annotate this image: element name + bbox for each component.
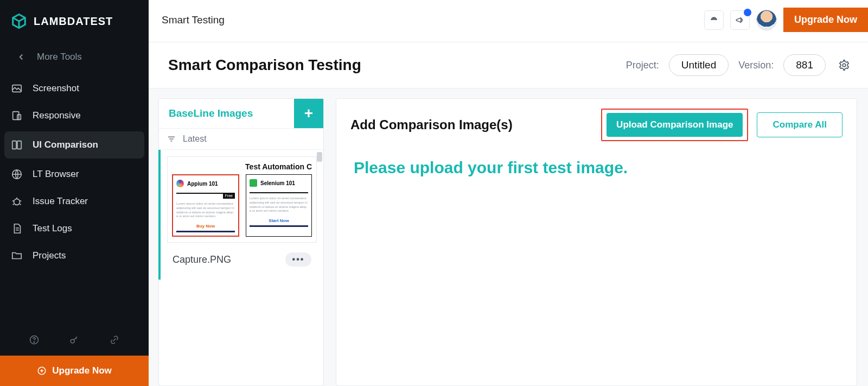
appium-icon — [176, 180, 184, 187]
sidebar-upgrade-button[interactable]: Upgrade Now — [0, 356, 149, 386]
sidebar-item-screenshot[interactable]: Screenshot — [0, 75, 149, 102]
sidebar-item-label: UI Comparison — [33, 140, 98, 150]
filter-label: Latest — [183, 134, 207, 144]
upload-comparison-button[interactable]: Upload Comparison Image — [607, 113, 743, 137]
sidebar-item-lt-browser[interactable]: LT Browser — [0, 161, 149, 188]
sidebar-item-projects[interactable]: Projects — [0, 242, 149, 269]
compare-icon — [11, 139, 23, 151]
baseline-panel: BaseLine Images + Latest Test Automation… — [158, 98, 324, 386]
topbar: Smart Testing Upgrade Now — [149, 0, 868, 42]
sidebar-item-label: Issue Tracker — [33, 196, 88, 207]
topbar-icon-fingerprint[interactable] — [704, 10, 724, 30]
selenium-icon — [250, 179, 257, 187]
thumb-header: Test Automation C — [172, 162, 312, 174]
sidebar-upgrade-label: Upgrade Now — [52, 365, 112, 376]
sidebar-item-responsive[interactable]: Responsive — [0, 102, 149, 129]
sidebar-item-test-logs[interactable]: Test Logs — [0, 215, 149, 242]
svg-point-8 — [34, 342, 34, 343]
link-icon[interactable] — [108, 334, 120, 346]
filter-icon — [167, 134, 176, 144]
plus-circle-icon — [37, 366, 47, 376]
logo-icon — [11, 13, 27, 29]
settings-button[interactable] — [835, 56, 853, 74]
sidebar: LAMBDATEST More Tools Screenshot Respons… — [0, 0, 149, 386]
upload-prompt: Please upload your first test image. — [350, 141, 843, 194]
baseline-thumbnail[interactable]: Test Automation C Appium 101 Free Lorem … — [158, 150, 323, 280]
mini-card-selenium: Selenium 101 Lorem ipsum dolor sit amet … — [246, 174, 312, 237]
svg-rect-1 — [13, 112, 19, 120]
version-select[interactable]: 881 — [783, 54, 826, 76]
globe-icon — [11, 168, 23, 180]
sidebar-nav: More Tools Screenshot Responsive UI Comp… — [0, 39, 149, 324]
sidebar-more-label: More Tools — [37, 52, 82, 62]
baseline-title: BaseLine Images — [159, 99, 294, 128]
image-icon — [11, 83, 23, 94]
svg-point-9 — [71, 339, 74, 343]
sidebar-item-label: Test Logs — [33, 223, 72, 234]
page-title: Smart Comparison Testing — [168, 56, 361, 74]
thumb-more-button[interactable]: ••• — [285, 252, 311, 267]
sidebar-item-ui-comparison[interactable]: UI Comparison — [4, 131, 144, 159]
folder-icon — [11, 250, 23, 262]
help-icon[interactable] — [28, 334, 40, 346]
sidebar-item-label: Projects — [33, 250, 66, 261]
key-icon[interactable] — [68, 334, 80, 346]
project-label: Project: — [626, 60, 659, 71]
sidebar-footer: Upgrade Now — [0, 324, 149, 386]
logo-text: LAMBDATEST — [34, 15, 113, 28]
project-select[interactable]: Untitled — [669, 54, 729, 76]
sidebar-more-tools[interactable]: More Tools — [0, 42, 149, 75]
topbar-upgrade-button[interactable]: Upgrade Now — [783, 8, 868, 32]
sidebar-item-label: LT Browser — [33, 169, 79, 180]
compare-title: Add Comparison Image(s) — [350, 117, 513, 132]
main: Smart Testing Upgrade Now Smart Comparis… — [149, 0, 868, 386]
mini-card-appium: Appium 101 Free Lorem ipsum dolor sit am… — [172, 174, 239, 237]
add-baseline-button[interactable]: + — [294, 99, 323, 128]
sidebar-item-label: Screenshot — [33, 83, 79, 94]
notification-dot-icon — [744, 9, 751, 16]
compare-panel: Add Comparison Image(s) Upload Compariso… — [336, 98, 857, 386]
svg-point-6 — [14, 199, 20, 205]
compare-all-button[interactable]: Compare All — [757, 112, 843, 137]
topbar-icon-announcement[interactable] — [730, 10, 750, 30]
svg-point-11 — [843, 64, 846, 67]
bug-icon — [11, 195, 23, 207]
thumb-scrollbar[interactable] — [317, 152, 322, 162]
breadcrumb: Smart Testing — [162, 14, 225, 26]
devices-icon — [11, 110, 23, 122]
sidebar-item-issue-tracker[interactable]: Issue Tracker — [0, 188, 149, 215]
sidebar-item-label: Responsive — [33, 110, 81, 121]
chevron-left-icon — [15, 51, 27, 63]
content: BaseLine Images + Latest Test Automation… — [149, 88, 868, 386]
svg-rect-3 — [12, 141, 16, 149]
logo[interactable]: LAMBDATEST — [0, 0, 149, 39]
filter-row[interactable]: Latest — [159, 128, 323, 150]
avatar[interactable] — [756, 10, 777, 30]
version-label: Version: — [738, 60, 774, 71]
thumb-caption: Capture.PNG — [173, 254, 231, 265]
file-icon — [11, 223, 23, 235]
upload-highlight-box: Upload Comparison Image — [601, 109, 748, 141]
svg-rect-4 — [17, 141, 21, 149]
subheader: Smart Comparison Testing Project: Untitl… — [149, 42, 868, 88]
